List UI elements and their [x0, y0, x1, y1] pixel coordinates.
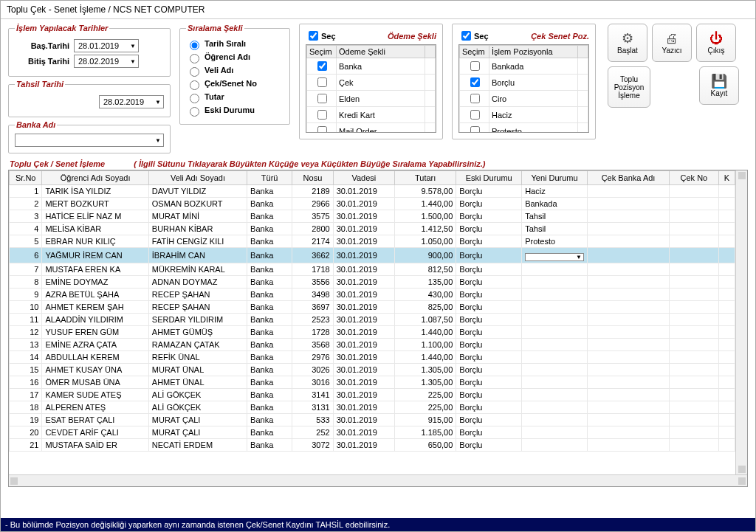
start-date-input[interactable]: ▼: [74, 39, 139, 52]
vertical-scrollbar[interactable]: [735, 170, 747, 474]
odeme-title: Ödeme Şekli: [388, 32, 436, 41]
baslat-label: Başlat: [617, 46, 638, 55]
column-header[interactable]: Eski Durumu: [456, 171, 522, 185]
table-row[interactable]: 10AHMET KEREM ŞAHRECEP ŞAHANBanka369730.…: [10, 300, 735, 313]
table-row[interactable]: 2MERT BOZKURTOSMAN BOZKURTBanka296630.01…: [10, 198, 735, 210]
column-header[interactable]: Yeni Durumu: [522, 171, 588, 185]
kayit-button[interactable]: 💾 Kayıt: [699, 66, 739, 105]
cikis-label: Çıkış: [708, 46, 725, 55]
table-row[interactable]: 9AZRA BETÜL ŞAHARECEP ŞAHANBanka349830.0…: [10, 288, 735, 300]
gear-icon: ⚙: [622, 32, 633, 45]
status-bar: - Bu bölümde Pozisyon değişikliği yapark…: [1, 518, 755, 531]
sort-option[interactable]: Tutar: [186, 91, 284, 103]
printer-icon: 🖨: [665, 32, 678, 45]
dates-legend: İşlem Yapılacak Tarihler: [15, 24, 109, 32]
table-row[interactable]: 20CEVDET ARİF ÇALIMURAT ÇALIBanka25230.0…: [10, 426, 735, 438]
kayit-label: Kayıt: [711, 89, 728, 97]
column-header[interactable]: Çek Banka Adı: [587, 171, 669, 185]
end-date-input[interactable]: ▼: [74, 55, 139, 68]
table-row[interactable]: 19ESAT BERAT ÇALIMURAT ÇALIBanka53330.01…: [10, 413, 735, 426]
table-row[interactable]: 11ALAADDİN YILDIRIMSERDAR YILDIRIMBanka2…: [10, 313, 735, 325]
yazici-button[interactable]: 🖨 Yazıcı: [652, 24, 692, 62]
power-icon: ⏻: [709, 32, 723, 45]
cekpoz-group: Seç Çek Senet Poz. Seçim İşlem Pozisyonl…: [452, 24, 596, 139]
main-grid[interactable]: Sr.NoÖğrenci Adı SoyadıVeli Adı SoyadıTü…: [8, 170, 748, 487]
column-header[interactable]: Türü: [247, 171, 292, 185]
table-row[interactable]: 15AHMET KUSAY ÜNAMURAT ÜNALBanka302630.0…: [10, 363, 735, 376]
list-item[interactable]: Elden: [307, 91, 436, 107]
column-header[interactable]: Öğrenci Adı Soyadı: [42, 171, 148, 185]
cekpoz-h0: Seçim: [460, 46, 489, 58]
list-item[interactable]: Mail Order: [307, 123, 436, 134]
list-item[interactable]: Protesto: [460, 123, 588, 134]
list-item[interactable]: Ciro: [460, 91, 588, 107]
main-hint: ( İlgili Sütunu Tıklayarak Büyükten Küçü…: [134, 159, 485, 168]
column-header[interactable]: Sr.No: [10, 171, 42, 185]
column-header[interactable]: Çek No: [670, 171, 719, 185]
cekpoz-h1: İşlem Pozisyonla: [489, 46, 578, 58]
horizontal-scrollbar[interactable]: [9, 474, 747, 486]
list-item[interactable]: Çek: [307, 75, 436, 91]
toplu-button[interactable]: Toplu Pozisyon İşleme: [608, 66, 650, 108]
table-row[interactable]: 4MELİSA KİBARBURHAN KİBARBanka280030.01.…: [10, 223, 735, 235]
table-row[interactable]: 16ÖMER MUSAB ÜNAAHMET ÜNALBanka301630.01…: [10, 376, 735, 388]
column-header[interactable]: Veli Adı Soyadı: [148, 171, 247, 185]
table-row[interactable]: 5EBRAR NUR KILIÇFATİH CENGİZ KILIBanka21…: [10, 235, 735, 248]
column-header[interactable]: K: [718, 171, 735, 185]
table-row[interactable]: 6YAĞMUR İREM CANİBRAHİM CANBanka366230.0…: [10, 248, 735, 263]
cekpoz-sec-label: Seç: [474, 32, 489, 41]
table-row[interactable]: 17KAMER SUDE ATEŞALİ GÖKÇEKBanka314130.0…: [10, 388, 735, 401]
tahsil-legend: Tahsil Tarihi: [15, 80, 65, 89]
status-text: Bu bölümde Pozisyon değişikliği yaparken…: [10, 520, 391, 529]
table-row[interactable]: 3HATİCE ELİF NAZ MMURAT MİNİBanka357530.…: [10, 210, 735, 223]
banka-combo[interactable]: ▼: [15, 134, 164, 147]
banka-legend: Banka Adı: [15, 120, 57, 129]
table-row[interactable]: 14ABDULLAH KEREMREFİK ÜNALBanka297630.01…: [10, 350, 735, 363]
table-row[interactable]: 8EMİNE DOYMAZADNAN DOYMAZBanka355630.01.…: [10, 275, 735, 288]
column-header[interactable]: Vadesi: [333, 171, 394, 185]
table-row[interactable]: 21MUSTAFA SAİD ERNECATİ ERDEMBanka307230…: [10, 438, 735, 451]
column-header[interactable]: Tutarı: [395, 171, 456, 185]
odeme-list[interactable]: Seçim Ödeme Şekli BankaÇekEldenKredi Kar…: [306, 44, 436, 133]
list-item[interactable]: Bankada: [460, 58, 588, 75]
list-item[interactable]: Haciz: [460, 107, 588, 123]
table-row[interactable]: 18ALPEREN ATEŞALİ GÖKÇEKBanka313130.01.2…: [10, 401, 735, 413]
cekpoz-select-all[interactable]: [461, 31, 471, 41]
sort-option[interactable]: Çek/Senet No: [186, 78, 284, 90]
toplu-label: Toplu Pozisyon İşleme: [614, 75, 645, 100]
banka-group: Banka Adı ▼: [8, 120, 171, 153]
sort-option[interactable]: Tarih Sıralı: [186, 38, 284, 50]
table-row[interactable]: 12YUSUF EREN GÜMAHMET GÜMÜŞBanka172830.0…: [10, 325, 735, 338]
dropdown-icon: ▼: [155, 137, 161, 144]
list-item[interactable]: Borçlu: [460, 75, 588, 91]
table-row[interactable]: 1TARIK İSA YILDIZDAVUT YILDIZBanka218930…: [10, 185, 735, 198]
odeme-select-all[interactable]: [309, 31, 318, 41]
main-title: Toplu Çek / Senet İşleme: [10, 159, 105, 168]
tahsil-date-input[interactable]: ▼: [99, 95, 164, 108]
odeme-sec-label: Seç: [321, 32, 336, 41]
table-row[interactable]: 7MUSTAFA EREN KAMÜKREMİN KARALBanka17183…: [10, 263, 735, 275]
sort-group: Sıralama Şekli Tarih Sıralı Öğrenci Adı …: [179, 24, 290, 125]
sort-legend: Sıralama Şekli: [186, 24, 244, 32]
odeme-h0: Seçim: [307, 46, 337, 58]
list-item[interactable]: Banka: [307, 58, 436, 75]
dates-group: İşlem Yapılacak Tarihler Baş.Tarihi ▼ Bi…: [8, 24, 171, 77]
cikis-button[interactable]: ⏻ Çıkış: [696, 24, 736, 62]
yazici-label: Yazıcı: [662, 46, 681, 55]
sort-option[interactable]: Veli Adı: [186, 65, 284, 77]
list-item[interactable]: Kredi Kart: [307, 107, 436, 123]
dropdown-icon: ▼: [130, 58, 136, 65]
window-title: Toplu Çek - Senet İşleme / NCS NET COMPU…: [1, 1, 755, 19]
sort-option[interactable]: Eski Durumu: [186, 105, 284, 117]
save-icon: 💾: [711, 75, 727, 88]
baslat-button[interactable]: ⚙ Başlat: [608, 24, 647, 62]
yeni-durumu-combo[interactable]: ▼: [525, 253, 584, 261]
dropdown-icon: ▼: [130, 43, 136, 49]
table-row[interactable]: 13EMİNE AZRA ÇATARAMAZAN ÇATAKBanka35683…: [10, 338, 735, 350]
cekpoz-list[interactable]: Seçim İşlem Pozisyonla BankadaBorçluCiro…: [458, 44, 589, 133]
odeme-group: Seç Ödeme Şekli Seçim Ödeme Şekli BankaÇ…: [299, 24, 443, 139]
column-header[interactable]: Nosu: [292, 171, 334, 185]
sort-option[interactable]: Öğrenci Adı: [186, 52, 284, 63]
tahsil-group: Tahsil Tarihi ▼: [8, 80, 171, 117]
odeme-h1: Ödeme Şekli: [337, 46, 425, 58]
